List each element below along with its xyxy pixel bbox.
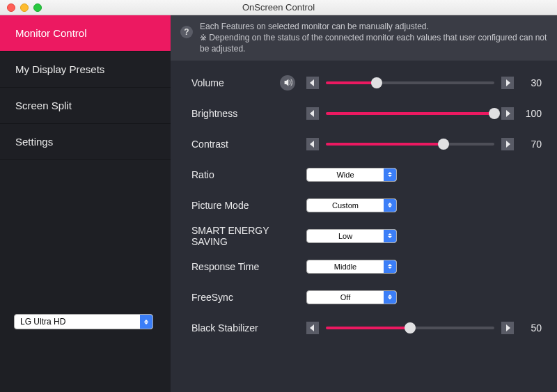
contrast-increase-button[interactable] — [501, 138, 514, 150]
sidebar-nav: Monitor ControlMy Display PresetsScreen … — [0, 15, 171, 160]
contrast-slider[interactable] — [326, 143, 494, 146]
contrast-slider-thumb[interactable] — [438, 139, 449, 150]
black_stabilizer-increase-button[interactable] — [501, 322, 514, 334]
row-brightness: Brightness100 — [191, 98, 542, 129]
zoom-window-button[interactable] — [33, 3, 42, 12]
smart-energy-select-value: Low — [307, 232, 384, 240]
info-banner-line2: ※ Depending on the status of the connect… — [200, 32, 547, 54]
picture-mode-select[interactable]: Custom — [306, 198, 397, 212]
controls-panel: Volume30Brightness100Contrast70RatioWide… — [171, 61, 557, 392]
sidebar-item-my-display-presets[interactable]: My Display Presets — [0, 52, 171, 88]
row-response-time: Response TimeMiddle — [191, 251, 542, 282]
contrast-value: 70 — [514, 139, 542, 150]
info-banner: ? Each Features on selected monitor can … — [171, 15, 557, 61]
brightness-increase-button[interactable] — [501, 107, 514, 120]
sidebar-item-screen-split[interactable]: Screen Split — [0, 88, 171, 124]
picture-mode-label: Picture Mode — [191, 200, 306, 211]
row-picture-mode: Picture ModeCustom — [191, 190, 542, 221]
row-smart-energy: SMART ENERGY SAVINGLow — [191, 221, 542, 251]
minimize-window-button[interactable] — [20, 3, 29, 12]
black_stabilizer-slider-thumb[interactable] — [405, 322, 416, 334]
chevron-updown-icon — [384, 199, 396, 212]
chevron-updown-icon — [140, 315, 152, 329]
window-title: OnScreen Control — [0, 2, 557, 13]
row-ratio: RatioWide — [191, 159, 542, 190]
black-stabilizer-value: 50 — [514, 322, 542, 334]
freesync-select[interactable]: Off — [306, 290, 397, 304]
brightness-label: Brightness — [191, 108, 306, 119]
freesync-label: FreeSync — [191, 292, 306, 303]
brightness-slider-thumb[interactable] — [489, 108, 500, 119]
speaker-icon[interactable] — [280, 75, 295, 91]
volume-label: Volume — [191, 75, 306, 91]
ratio-select-value: Wide — [307, 171, 384, 179]
chevron-updown-icon — [384, 168, 396, 181]
black_stabilizer-decrease-button[interactable] — [306, 322, 319, 334]
black_stabilizer-slider[interactable] — [326, 327, 494, 329]
picture-mode-select-value: Custom — [307, 201, 384, 210]
window-controls — [0, 3, 42, 12]
smart-energy-label: SMART ENERGY SAVING — [191, 225, 306, 247]
chevron-updown-icon — [384, 291, 396, 304]
row-black-stabilizer: Black Stabilizer50 — [191, 313, 542, 343]
volume-value: 30 — [514, 77, 542, 88]
volume-increase-button[interactable] — [501, 77, 514, 89]
info-banner-text: Each Features on selected monitor can be… — [200, 21, 547, 55]
brightness-value: 100 — [514, 108, 542, 119]
brightness-decrease-button[interactable] — [306, 107, 319, 120]
freesync-select-value: Off — [307, 293, 384, 301]
device-select[interactable]: LG Ultra HD — [14, 314, 153, 329]
chevron-updown-icon — [384, 230, 396, 242]
help-icon: ? — [180, 26, 193, 38]
ratio-select[interactable]: Wide — [306, 168, 397, 182]
row-volume: Volume30 — [191, 68, 542, 98]
sidebar: Monitor ControlMy Display PresetsScreen … — [0, 15, 171, 392]
contrast-label: Contrast — [191, 139, 306, 150]
response-time-select[interactable]: Middle — [306, 260, 397, 274]
close-window-button[interactable] — [7, 3, 15, 12]
sidebar-item-monitor-control[interactable]: Monitor Control — [0, 15, 171, 52]
device-select-value: LG Ultra HD — [15, 317, 140, 327]
sidebar-item-settings[interactable]: Settings — [0, 124, 171, 160]
volume-slider[interactable] — [326, 81, 494, 84]
smart-energy-select[interactable]: Low — [306, 229, 397, 243]
brightness-slider[interactable] — [326, 112, 494, 115]
volume-slider-thumb[interactable] — [371, 77, 382, 88]
chevron-updown-icon — [384, 260, 396, 273]
volume-decrease-button[interactable] — [306, 77, 319, 89]
window-titlebar: OnScreen Control — [0, 0, 557, 15]
black-stabilizer-label: Black Stabilizer — [191, 322, 306, 334]
info-banner-line1: Each Features on selected monitor can be… — [200, 21, 547, 32]
row-contrast: Contrast70 — [191, 129, 542, 159]
response-time-label: Response Time — [191, 261, 306, 272]
ratio-label: Ratio — [191, 169, 306, 180]
contrast-decrease-button[interactable] — [306, 138, 319, 150]
response-time-select-value: Middle — [307, 262, 384, 271]
row-freesync: FreeSyncOff — [191, 282, 542, 313]
